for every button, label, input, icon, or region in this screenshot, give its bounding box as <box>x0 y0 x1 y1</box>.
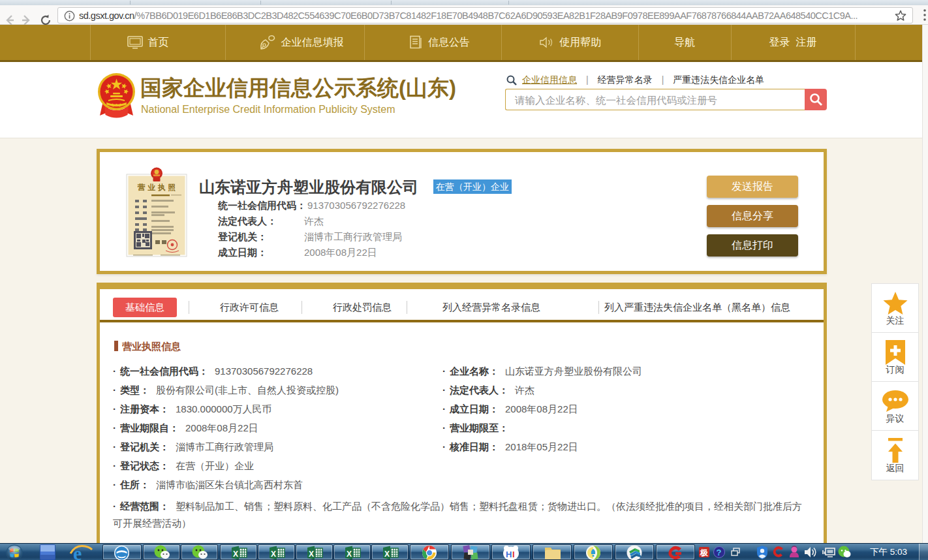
svg-text:营业执照: 营业执照 <box>137 183 178 192</box>
svg-text:X: X <box>233 550 238 559</box>
svg-text:X: X <box>309 550 314 559</box>
svg-text:H: H <box>506 550 512 559</box>
svg-text:X: X <box>271 550 276 559</box>
svg-text:X: X <box>384 550 390 559</box>
svg-text:X: X <box>347 550 352 559</box>
svg-text:极: 极 <box>700 548 709 557</box>
svg-text:?: ? <box>717 548 722 557</box>
svg-text:I: I <box>512 550 515 559</box>
